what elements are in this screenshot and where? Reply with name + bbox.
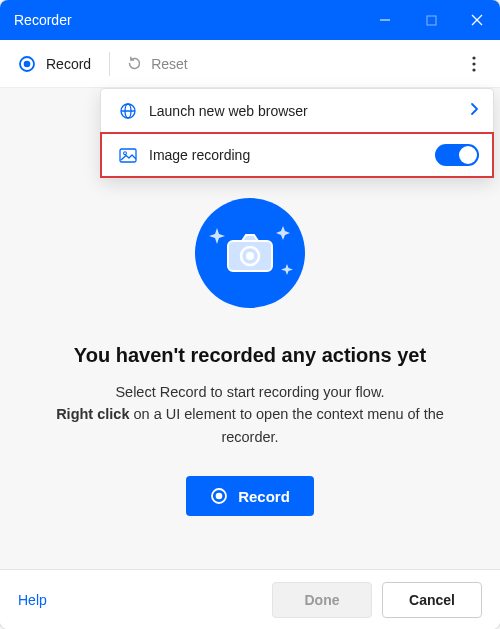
svg-point-6 [472,56,475,59]
launch-browser-label: Launch new web browser [149,103,308,119]
toolbar-divider [109,52,110,76]
svg-point-13 [124,151,127,154]
svg-rect-1 [427,16,436,25]
svg-point-7 [472,62,475,65]
minimize-icon [379,14,391,26]
hero-icon [195,198,305,308]
svg-point-8 [472,68,475,71]
empty-line2-bold: Right click [56,406,129,422]
record-label: Record [46,56,91,72]
svg-point-21 [216,493,223,500]
close-icon [471,14,483,26]
minimize-button[interactable] [362,0,408,40]
svg-marker-17 [209,228,225,244]
help-link[interactable]: Help [18,592,47,608]
maximize-icon [426,15,437,26]
svg-rect-12 [120,149,136,162]
window-title: Recorder [0,12,362,28]
titlebar: Recorder [0,0,500,40]
record-button-label: Record [238,488,290,505]
svg-marker-18 [276,226,290,240]
more-options-menu: Launch new web browser Image recording [100,88,494,178]
globe-icon [115,102,141,120]
toolbar: Record Reset [0,40,500,88]
record-icon [210,487,228,505]
content-area: Launch new web browser Image recording [0,88,500,569]
chevron-right-icon [470,102,479,119]
reset-label: Reset [151,56,188,72]
empty-heading: You haven't recorded any actions yet [74,344,426,367]
kebab-icon [472,56,476,72]
record-button[interactable]: Record [186,476,314,516]
launch-browser-menu-item[interactable]: Launch new web browser [101,89,493,133]
close-button[interactable] [454,0,500,40]
empty-line2-rest: on a UI element to open the context menu… [129,406,443,444]
maximize-button[interactable] [408,0,454,40]
reset-tool[interactable]: Reset [116,46,198,82]
sparkle-icon [195,198,305,308]
record-tool[interactable]: Record [8,46,101,82]
empty-line1: Select Record to start recording your fl… [115,384,384,400]
record-icon [18,55,36,73]
svg-marker-19 [281,264,293,275]
image-recording-menu-item[interactable]: Image recording [101,133,493,177]
empty-body: Select Record to start recording your fl… [0,381,500,448]
cancel-button[interactable]: Cancel [382,582,482,618]
svg-point-5 [24,60,31,67]
recorder-window: Recorder Record Reset [0,0,500,629]
more-options-button[interactable] [456,46,492,82]
image-recording-label: Image recording [149,147,250,163]
footer: Help Done Cancel [0,569,500,629]
done-button[interactable]: Done [272,582,372,618]
image-recording-toggle[interactable] [435,144,479,166]
image-icon [115,148,141,163]
reset-icon [126,55,143,72]
